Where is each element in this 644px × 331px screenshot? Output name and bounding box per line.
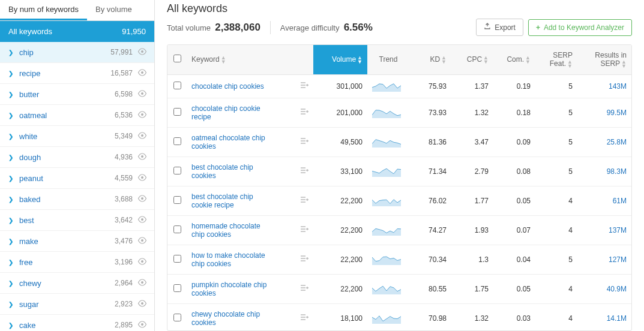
sidebar-item-count: 2,964 — [115, 279, 133, 287]
col-cpc[interactable]: CPC▲▼ — [451, 45, 493, 74]
row-checkbox[interactable] — [173, 82, 181, 89]
col-results[interactable]: Results in SERP▲▼ — [577, 45, 631, 74]
cell-com: 0.09 — [493, 127, 535, 157]
sidebar-item-chewy[interactable]: ❯chewy2,964 — [0, 273, 154, 294]
col-keyword[interactable]: Keyword▲▼ — [187, 45, 295, 74]
keyword-link[interactable]: chocolate chip cookie recipe — [191, 104, 269, 121]
eye-icon[interactable] — [137, 278, 147, 288]
sidebar: By num of keywords By volume All keyword… — [0, 0, 155, 331]
sidebar-item-oatmeal[interactable]: ❯oatmeal6,536 — [0, 105, 154, 126]
sidebar-item-label: white — [19, 132, 115, 141]
col-volume[interactable]: Volume▲▼ — [313, 45, 367, 74]
results-link[interactable]: 98.3M — [607, 167, 627, 176]
eye-icon[interactable] — [137, 236, 147, 246]
row-checkbox[interactable] — [173, 314, 181, 321]
keyword-link[interactable]: chocolate chip cookies — [191, 82, 264, 91]
eye-icon[interactable] — [137, 194, 147, 204]
sidebar-item-baked[interactable]: ❯baked3,688 — [0, 189, 154, 210]
col-com[interactable]: Com.▲▼ — [493, 45, 535, 74]
sidebar-item-peanut[interactable]: ❯peanut4,559 — [0, 168, 154, 189]
row-checkbox[interactable] — [173, 108, 181, 116]
sidebar-item-label: oatmeal — [19, 111, 115, 120]
results-link[interactable]: 40.9M — [607, 285, 627, 293]
sidebar-item-count: 6,536 — [115, 111, 133, 119]
eye-icon[interactable] — [137, 68, 147, 78]
eye-icon[interactable] — [137, 47, 147, 57]
results-link[interactable]: 61M — [613, 197, 627, 205]
keyword-link[interactable]: best chocolate chip cookie recipe — [191, 192, 269, 209]
eye-icon[interactable] — [137, 131, 147, 141]
svg-point-1 — [141, 71, 143, 74]
keyword-link[interactable]: pumpkin chocolate chip cookies — [191, 281, 269, 297]
col-kd[interactable]: KD▲▼ — [409, 45, 451, 74]
add-to-analyzer-button[interactable]: + Add to Keyword Analyzer — [528, 19, 632, 36]
keyword-link[interactable]: oatmeal chocolate chip cookies — [191, 134, 269, 151]
sidebar-item-cake[interactable]: ❯cake2,895 — [0, 315, 154, 331]
row-checkbox[interactable] — [173, 225, 181, 233]
sidebar-item-recipe[interactable]: ❯recipe16,587 — [0, 63, 154, 84]
row-checkbox[interactable] — [173, 284, 181, 292]
eye-icon[interactable] — [137, 152, 147, 162]
sidebar-item-chip[interactable]: ❯chip57,991 — [0, 42, 154, 63]
col-serp-feat[interactable]: SERP Feat.▲▼ — [535, 45, 577, 74]
results-link[interactable]: 127M — [609, 255, 627, 264]
chevron-right-icon: ❯ — [8, 301, 13, 308]
sidebar-item-dough[interactable]: ❯dough4,936 — [0, 147, 154, 168]
tab-by-num[interactable]: By num of keywords — [0, 0, 87, 20]
add-row-icon[interactable] — [300, 137, 308, 146]
results-link[interactable]: 14.1M — [607, 314, 627, 323]
eye-icon[interactable] — [137, 173, 147, 183]
results-link[interactable]: 99.5M — [607, 109, 627, 117]
sidebar-item-sugar[interactable]: ❯sugar2,923 — [0, 294, 154, 315]
sidebar-item-label: dough — [19, 153, 115, 162]
results-link[interactable]: 137M — [609, 226, 627, 234]
trend-sparkline — [372, 107, 401, 118]
sidebar-item-best[interactable]: ❯best3,642 — [0, 210, 154, 231]
add-row-icon[interactable] — [300, 82, 308, 91]
sidebar-item-label: chip — [19, 48, 110, 57]
add-row-icon[interactable] — [300, 225, 308, 234]
cell-serp: 5 — [535, 98, 577, 127]
svg-point-8 — [141, 218, 143, 221]
add-row-icon[interactable] — [300, 284, 308, 293]
keyword-link[interactable]: how to make chocolate chip cookies — [191, 251, 269, 268]
chevron-right-icon: ❯ — [8, 217, 13, 224]
sidebar-item-count: 6,598 — [115, 90, 133, 98]
row-checkbox[interactable] — [173, 255, 181, 263]
add-row-icon[interactable] — [300, 314, 308, 323]
chevron-right-icon: ❯ — [8, 175, 13, 182]
row-checkbox[interactable] — [173, 196, 181, 204]
cell-serp: 5 — [535, 245, 577, 274]
add-row-icon[interactable] — [300, 167, 308, 176]
tab-by-volume[interactable]: By volume — [87, 0, 140, 20]
chevron-right-icon: ❯ — [8, 238, 13, 245]
eye-icon[interactable] — [137, 299, 147, 309]
keyword-link[interactable]: chewy chocolate chip cookies — [191, 310, 269, 327]
sidebar-item-white[interactable]: ❯white5,349 — [0, 126, 154, 147]
sidebar-item-butter[interactable]: ❯butter6,598 — [0, 84, 154, 105]
eye-icon[interactable] — [137, 320, 147, 330]
all-keywords-label: All keywords — [8, 27, 52, 36]
add-row-icon[interactable] — [300, 108, 308, 117]
results-link[interactable]: 143M — [609, 82, 627, 91]
export-button[interactable]: Export — [476, 19, 523, 36]
sidebar-item-count: 3,642 — [115, 216, 133, 224]
add-row-icon[interactable] — [300, 255, 308, 264]
sort-icon: ▲▼ — [357, 56, 363, 64]
results-link[interactable]: 25.8M — [607, 138, 627, 146]
sidebar-scroll[interactable]: All keywords 91,950 ❯chip57,991❯recipe16… — [0, 21, 154, 331]
row-checkbox[interactable] — [173, 137, 181, 145]
select-all-checkbox[interactable] — [173, 55, 181, 62]
sidebar-item-free[interactable]: ❯free3,196 — [0, 252, 154, 273]
eye-icon[interactable] — [137, 89, 147, 99]
keyword-link[interactable]: homemade chocolate chip cookies — [191, 222, 269, 239]
sidebar-all-keywords[interactable]: All keywords 91,950 — [0, 21, 154, 42]
eye-icon[interactable] — [137, 215, 147, 225]
eye-icon[interactable] — [137, 110, 147, 120]
sidebar-item-make[interactable]: ❯make3,476 — [0, 231, 154, 252]
keyword-link[interactable]: best chocolate chip cookies — [191, 163, 269, 180]
row-checkbox[interactable] — [173, 167, 181, 174]
add-row-icon[interactable] — [300, 196, 308, 205]
cell-cpc: 1.93 — [451, 215, 493, 245]
eye-icon[interactable] — [137, 257, 147, 267]
